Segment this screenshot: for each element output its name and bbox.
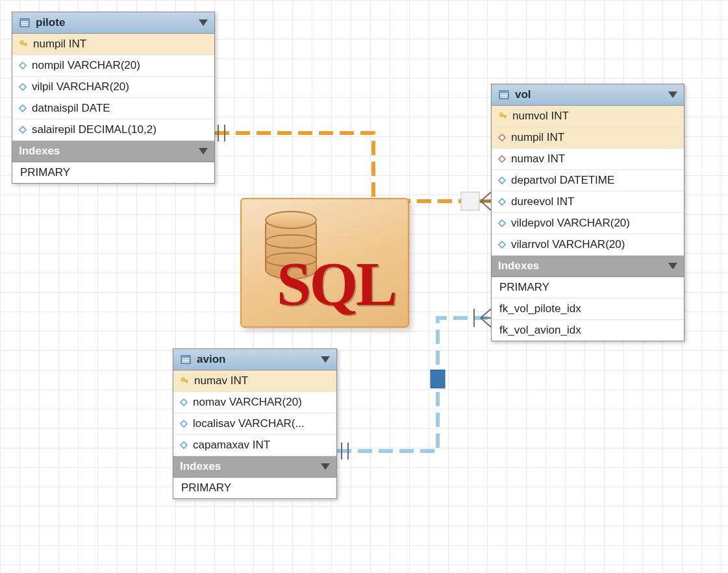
column-row[interactable]: capamaxav INT	[173, 435, 336, 456]
index-row[interactable]: PRIMARY	[12, 162, 214, 183]
column-row[interactable]: localisav VARCHAR(...	[173, 413, 336, 435]
svg-marker-44	[499, 220, 505, 226]
key-icon	[498, 112, 507, 121]
diamond-red-icon	[498, 155, 506, 163]
key-icon	[19, 40, 28, 49]
index-row[interactable]: PRIMARY	[173, 478, 336, 498]
svg-line-2	[481, 192, 491, 201]
table-icon	[19, 17, 31, 29]
diamond-blue-icon	[498, 177, 506, 184]
index-row[interactable]: PRIMARY	[492, 277, 684, 299]
column-label: nomav VARCHAR(20)	[193, 396, 302, 409]
diamond-blue-icon	[498, 198, 506, 206]
svg-rect-18	[25, 45, 27, 46]
column-label: datnaispil DATE	[32, 102, 110, 115]
column-label: dureevol INT	[511, 195, 574, 208]
column-row[interactable]: numav INT	[173, 371, 336, 392]
column-label: numav INT	[511, 152, 565, 165]
svg-marker-42	[499, 177, 505, 184]
svg-marker-19	[19, 62, 26, 69]
table-pilote[interactable]: pilote numpil INT nompil VARCHAR(20) vil…	[12, 12, 215, 184]
column-row[interactable]: salairepil DECIMAL(10,2)	[12, 119, 214, 141]
diamond-blue-icon	[180, 420, 188, 428]
indexes-section[interactable]: Indexes	[12, 141, 214, 162]
diamond-blue-icon	[19, 126, 27, 134]
table-title: avion	[197, 353, 225, 366]
diamond-blue-icon	[180, 441, 188, 449]
column-label: numpil INT	[511, 131, 564, 144]
svg-rect-34	[499, 91, 508, 93]
svg-marker-31	[181, 421, 187, 427]
sql-logo: SQL	[240, 198, 409, 328]
column-row[interactable]: nompil VARCHAR(20)	[12, 55, 214, 77]
collapse-toggle-icon[interactable]	[199, 148, 208, 154]
indexes-label: Indexes	[180, 460, 221, 473]
svg-rect-39	[505, 117, 506, 118]
key-icon	[180, 376, 189, 385]
column-label: salairepil DECIMAL(10,2)	[32, 123, 157, 136]
table-icon	[180, 354, 192, 365]
table-avion[interactable]: avion numav INT nomav VARCHAR(20) locali…	[173, 348, 337, 499]
column-label: departvol DATETIME	[511, 174, 614, 187]
collapse-toggle-icon[interactable]	[668, 91, 677, 98]
svg-marker-21	[19, 105, 26, 112]
table-icon	[498, 89, 510, 101]
column-row[interactable]: dureevol INT	[492, 191, 684, 213]
index-row[interactable]: fk_vol_avion_idx	[492, 320, 684, 341]
table-vol[interactable]: vol numvol INT numpil INT numav INT depa…	[491, 84, 684, 341]
indexes-section[interactable]: Indexes	[492, 256, 684, 277]
diamond-blue-icon	[498, 219, 506, 227]
column-row[interactable]: numvol INT	[492, 106, 684, 127]
column-row[interactable]: numpil INT	[12, 34, 214, 55]
svg-marker-20	[19, 84, 26, 90]
svg-marker-45	[499, 241, 505, 248]
column-label: vilpil VARCHAR(20)	[32, 80, 129, 93]
indexes-section[interactable]: Indexes	[173, 456, 336, 478]
column-row[interactable]: numpil INT	[492, 127, 684, 149]
column-row[interactable]: vildepvol VARCHAR(20)	[492, 213, 684, 234]
svg-marker-30	[181, 399, 187, 406]
collapse-toggle-icon[interactable]	[199, 19, 208, 26]
column-row[interactable]: nomav VARCHAR(20)	[173, 392, 336, 413]
svg-marker-32	[181, 442, 187, 448]
svg-rect-13	[20, 19, 29, 21]
svg-line-4	[481, 201, 491, 210]
svg-marker-43	[499, 199, 505, 205]
column-label: numvol INT	[512, 110, 569, 123]
column-label: vilarrvol VARCHAR(20)	[511, 238, 625, 251]
index-row[interactable]: fk_vol_pilote_idx	[492, 299, 684, 320]
diamond-blue-icon	[19, 62, 27, 69]
collapse-toggle-icon[interactable]	[321, 356, 330, 363]
collapse-toggle-icon[interactable]	[321, 463, 330, 470]
table-title: pilote	[36, 16, 65, 29]
column-row[interactable]: numav INT	[492, 149, 684, 170]
svg-rect-24	[181, 356, 190, 358]
column-row[interactable]: departvol DATETIME	[492, 170, 684, 191]
diamond-blue-icon	[19, 83, 27, 91]
column-label: nompil VARCHAR(20)	[32, 59, 140, 72]
column-row[interactable]: vilarrvol VARCHAR(20)	[492, 234, 684, 256]
column-label: numav INT	[194, 374, 248, 387]
diamond-blue-icon	[180, 398, 188, 406]
diamond-red-icon	[498, 134, 506, 141]
svg-rect-29	[186, 382, 188, 383]
svg-line-8	[481, 309, 491, 318]
table-title: vol	[515, 88, 531, 101]
svg-marker-22	[19, 127, 26, 133]
svg-line-10	[481, 318, 491, 327]
diagram-canvas: SQL pilote numpil INT nompil VARCHAR(20)…	[0, 0, 728, 573]
column-label: localisav VARCHAR(...	[193, 417, 305, 430]
collapse-toggle-icon[interactable]	[668, 263, 677, 269]
column-row[interactable]: datnaispil DATE	[12, 98, 214, 119]
diamond-blue-icon	[19, 104, 27, 112]
svg-marker-40	[499, 134, 505, 141]
table-header-pilote[interactable]: pilote	[12, 12, 214, 34]
table-header-avion[interactable]: avion	[173, 349, 336, 371]
indexes-label: Indexes	[498, 260, 539, 273]
diamond-blue-icon	[498, 241, 506, 249]
table-header-vol[interactable]: vol	[492, 84, 684, 106]
column-label: numpil INT	[33, 38, 86, 51]
column-row[interactable]: vilpil VARCHAR(20)	[12, 77, 214, 98]
column-label: vildepvol VARCHAR(20)	[511, 217, 630, 230]
relation-handle-avion-vol	[431, 370, 445, 388]
